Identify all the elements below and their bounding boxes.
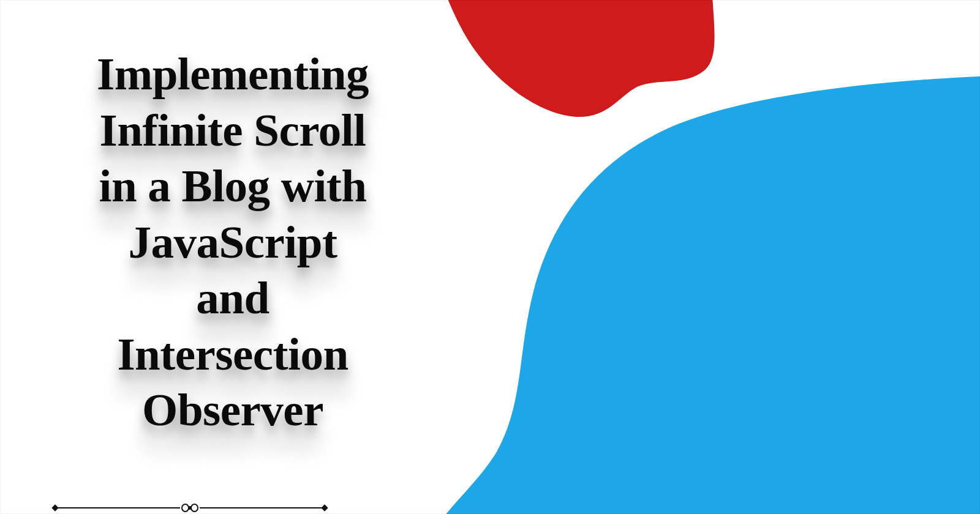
ornamental-divider <box>55 502 325 514</box>
blue-blob-shape <box>386 73 980 514</box>
divider-ornament <box>181 504 198 512</box>
cover-title-text: Implementing Infinite Scroll in a Blog w… <box>61 46 404 438</box>
cover-canvas: Implementing Infinite Scroll in a Blog w… <box>0 0 980 514</box>
divider-dot <box>188 506 192 510</box>
divider-line-left <box>55 507 180 508</box>
divider-line-right <box>200 507 325 508</box>
red-blob-shape <box>398 0 717 128</box>
cover-title-block: Implementing Infinite Scroll in a Blog w… <box>61 46 404 438</box>
